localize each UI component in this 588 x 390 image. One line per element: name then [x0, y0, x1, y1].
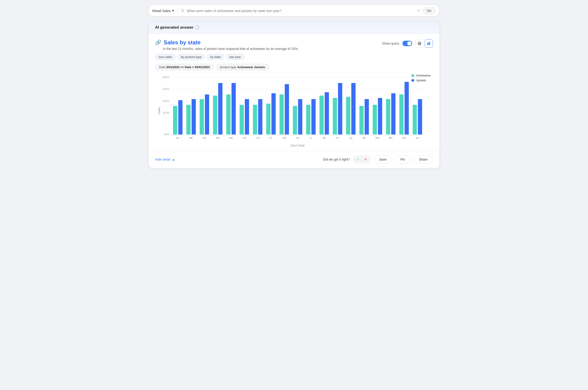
- ai-label-row: AI generated answer i: [155, 25, 433, 30]
- go-button[interactable]: Go: [423, 7, 436, 14]
- legend-item: Jackets: [411, 79, 430, 82]
- svg-rect-72: [404, 82, 409, 135]
- svg-rect-56: [333, 98, 337, 135]
- clear-button[interactable]: ✕: [417, 8, 420, 13]
- bar-chart: Sales $50M $40M $30M $20M $0M ALAKAZARAS…: [155, 74, 433, 148]
- view-buttons: [415, 39, 433, 48]
- svg-rect-50: [306, 105, 310, 135]
- x-axis-label: Store State: [291, 144, 305, 147]
- chevron-up-icon: ▲: [172, 158, 175, 161]
- svg-text:AK: AK: [189, 137, 193, 139]
- thumbs-down-button[interactable]: ✕: [362, 156, 369, 163]
- feedback-area: Did we get it right? ✓ ✕ Save Pin Share: [323, 155, 433, 164]
- svg-rect-41: [266, 103, 270, 135]
- share-button[interactable]: Share: [414, 155, 433, 163]
- svg-rect-66: [378, 98, 382, 135]
- show-query-label: Show query: [382, 42, 399, 45]
- svg-rect-69: [391, 93, 395, 135]
- svg-rect-29: [213, 96, 217, 135]
- svg-rect-23: [186, 105, 190, 135]
- svg-text:FL: FL: [269, 137, 272, 139]
- svg-rect-44: [279, 95, 284, 135]
- tag[interactable]: sum sales: [155, 54, 176, 60]
- svg-text:MT: MT: [389, 137, 392, 139]
- svg-text:GA: GA: [282, 137, 286, 139]
- svg-rect-59: [346, 97, 350, 135]
- svg-text:HI: HI: [296, 137, 299, 139]
- legend-dot: [411, 79, 414, 82]
- svg-text:NJ: NJ: [416, 137, 419, 139]
- tag[interactable]: last year: [226, 54, 244, 60]
- svg-rect-32: [226, 95, 230, 135]
- svg-rect-51: [311, 99, 316, 135]
- svg-rect-74: [413, 105, 417, 135]
- main-card: AI generated answer i 🔗 Sales by state I…: [148, 21, 440, 168]
- svg-text:AR: AR: [216, 137, 219, 139]
- svg-text:IL: IL: [310, 137, 312, 139]
- show-query-toggle[interactable]: [402, 41, 412, 46]
- svg-rect-39: [258, 99, 262, 135]
- svg-text:MS: MS: [375, 137, 379, 139]
- thumbs-up-button[interactable]: ✓: [355, 156, 361, 163]
- svg-text:KY: KY: [336, 137, 339, 139]
- chart-icon: 🔗: [155, 40, 161, 46]
- svg-rect-68: [386, 99, 390, 135]
- svg-point-0: [181, 9, 184, 12]
- feedback-buttons: ✓ ✕: [353, 155, 371, 164]
- svg-text:AL: AL: [176, 137, 179, 139]
- y-axis-label: Sales: [158, 107, 161, 114]
- dataset-selector[interactable]: Retail Sales ▾: [152, 8, 174, 13]
- svg-rect-62: [359, 106, 364, 135]
- svg-rect-71: [399, 95, 404, 135]
- dataset-label: Retail Sales: [152, 9, 171, 13]
- chart-legend: ActivewearJackets: [411, 74, 430, 82]
- svg-rect-47: [293, 106, 297, 135]
- svg-text:AZ: AZ: [203, 137, 206, 139]
- filter-chip[interactable]: product type Activewear Jackets: [216, 64, 269, 70]
- card-header: AI generated answer i: [149, 21, 439, 34]
- card-body: 🔗 Sales by state In the last 12 months, …: [149, 34, 439, 148]
- chevron-down-icon: ▾: [172, 8, 174, 13]
- table-view-button[interactable]: [415, 39, 424, 48]
- pin-button[interactable]: Pin: [395, 155, 410, 163]
- card-footer: Hide detail ▲ Did we get it right? ✓ ✕ S…: [149, 151, 439, 168]
- chart-title-row: 🔗 Sales by state In the last 12 months, …: [155, 39, 433, 50]
- chart-title: Sales by state: [164, 39, 201, 46]
- svg-text:$20M: $20M: [163, 111, 169, 114]
- svg-rect-7: [427, 43, 428, 45]
- chart-area: ActivewearJackets Sales $50M $40M $30M $…: [155, 74, 433, 148]
- legend-item: Activewear: [411, 74, 430, 77]
- tag[interactable]: by product type: [177, 54, 205, 60]
- chart-subtitle: In the last 12 months, sales of jackets …: [163, 47, 299, 50]
- chart-controls: Show query: [382, 39, 433, 48]
- svg-rect-75: [418, 99, 422, 135]
- tag[interactable]: by state: [207, 54, 224, 60]
- search-input[interactable]: [187, 9, 414, 13]
- svg-rect-8: [428, 43, 429, 45]
- svg-text:MI: MI: [363, 137, 366, 139]
- svg-text:AS: AS: [229, 137, 233, 139]
- save-button[interactable]: Save: [374, 155, 392, 163]
- svg-text:$30M: $30M: [163, 99, 169, 102]
- svg-rect-63: [365, 99, 369, 135]
- svg-rect-36: [245, 99, 249, 135]
- did-we-right-label: Did we get it right?: [323, 158, 350, 161]
- svg-rect-65: [373, 105, 377, 135]
- svg-text:CA: CA: [242, 137, 246, 139]
- filter-chip[interactable]: Date 3/01/2022 <= Date < 03/01/2023: [155, 64, 214, 70]
- svg-rect-45: [285, 84, 289, 135]
- chart-title-left: 🔗 Sales by state In the last 12 months, …: [155, 39, 299, 50]
- svg-rect-35: [240, 105, 244, 135]
- info-icon[interactable]: i: [195, 25, 200, 30]
- svg-rect-54: [325, 92, 329, 135]
- svg-text:LA: LA: [349, 137, 352, 139]
- svg-line-1: [183, 11, 184, 12]
- svg-rect-57: [338, 83, 342, 135]
- svg-text:$40M: $40M: [163, 88, 169, 90]
- hide-detail-button[interactable]: Hide detail ▲: [155, 158, 175, 161]
- svg-rect-53: [320, 96, 323, 135]
- search-icon: [181, 9, 184, 12]
- chart-view-button[interactable]: [425, 39, 433, 48]
- svg-rect-20: [173, 106, 177, 135]
- filter-row: Date 3/01/2022 <= Date < 03/01/2023produ…: [155, 64, 433, 70]
